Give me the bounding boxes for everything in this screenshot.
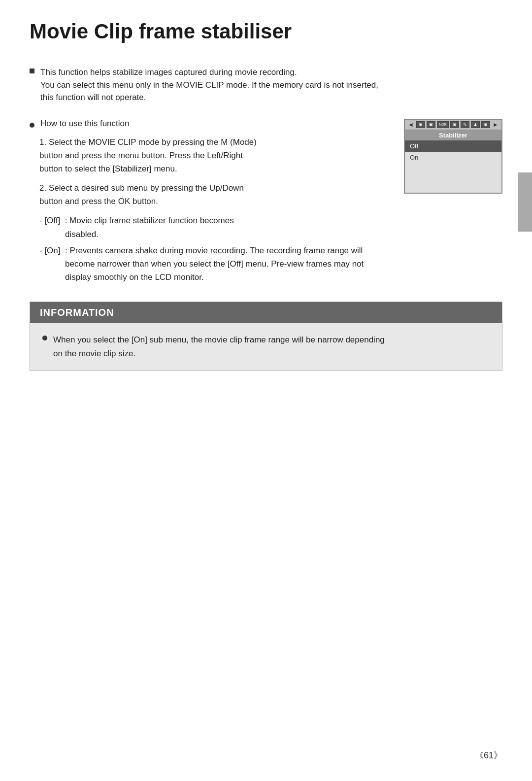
page-number: 《61》 (475, 749, 502, 761)
toolbar-icon-movie: ▣ (416, 121, 425, 128)
info-bullet-circle-icon (42, 336, 47, 340)
camera-menu-item-off[interactable]: Off (405, 140, 501, 152)
sub-item-on: - [On] : Prevents camera shake during mo… (30, 244, 384, 284)
toolbar-icon-5: ✎ (461, 121, 469, 128)
toolbar-icon-7: ▣ (481, 121, 490, 128)
toolbar-icons: ▣ ▣ NOR ▣ ✎ ♟ ▣ (416, 121, 490, 128)
toolbar-icon-6: ♟ (471, 121, 480, 128)
main-description: This function helps stabilize images cap… (30, 66, 502, 104)
how-to-title: How to use this function (30, 119, 384, 129)
camera-toolbar: ◄ ▣ ▣ NOR ▣ ✎ ♟ ▣ ► (405, 120, 501, 130)
page-title: Movie Clip frame stabiliser (30, 20, 502, 51)
camera-ui-widget: ◄ ▣ ▣ NOR ▣ ✎ ♟ ▣ ► Stabilizer Off On (404, 119, 502, 194)
toolbar-icon-nor: NOR (437, 121, 449, 128)
info-bullet-item: When you select the [On] sub menu, the m… (42, 333, 490, 360)
toolbar-icon-2: ▣ (427, 121, 435, 128)
camera-menu-empty-space (405, 163, 501, 193)
main-bullet-text: This function helps stabilize images cap… (40, 66, 502, 104)
information-box: INFORMATION When you select the [On] sub… (30, 302, 502, 370)
instructions: How to use this function 1. Select the M… (30, 119, 384, 287)
information-header: INFORMATION (30, 302, 502, 323)
circle-bullet-icon (30, 123, 34, 128)
step-2: 2. Select a desired sub menu by pressing… (30, 181, 384, 208)
side-tab (518, 172, 532, 232)
step-1: 1. Select the MOVIE CLIP mode by pressin… (30, 136, 384, 176)
how-to-section: How to use this function 1. Select the M… (30, 119, 502, 287)
sub-item-off: - [Off] : Movie clip frame stabilizer fu… (30, 214, 384, 240)
toolbar-arrow-right-icon: ► (493, 121, 499, 128)
toolbar-arrow-left-icon: ◄ (408, 121, 414, 128)
page-container: Movie Clip frame stabiliser This functio… (0, 0, 532, 781)
camera-menu-item-on[interactable]: On (405, 152, 501, 163)
main-bullet-item: This function helps stabilize images cap… (30, 66, 502, 104)
info-bullet-text: When you select the [On] sub menu, the m… (53, 333, 385, 360)
information-content: When you select the [On] sub menu, the m… (30, 323, 502, 370)
toolbar-icon-4: ▣ (450, 121, 459, 128)
camera-menu-header: Stabilizer (405, 130, 501, 140)
bullet-square-icon (30, 68, 34, 73)
